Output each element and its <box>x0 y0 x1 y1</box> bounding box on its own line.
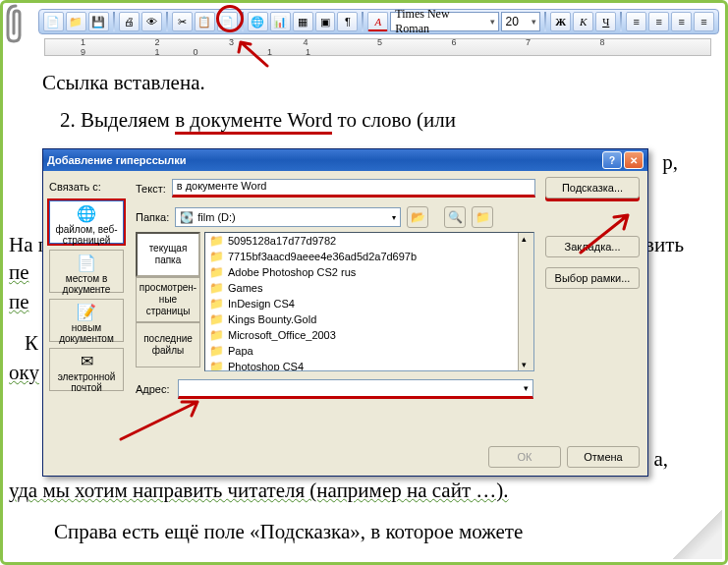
folder-icon: 📁 <box>209 250 224 263</box>
red-arrow-annotation <box>573 207 642 258</box>
file-item[interactable]: 📁Games <box>205 280 533 296</box>
new-doc-icon: 📝 <box>50 304 123 321</box>
file-item[interactable]: 📁InDesign CS4 <box>205 296 533 311</box>
font-color-button[interactable]: A <box>367 12 388 31</box>
folder-label: Папка: <box>136 211 169 223</box>
email-icon: ✉ <box>50 353 123 370</box>
tool-btn[interactable]: 💾 <box>88 12 109 31</box>
word-toolbar: 📄 📁 💾 🖨 👁 ✂ 📋 📄 🌐 📊 ▦ ▣ ¶ A Times New Ro… <box>38 9 719 34</box>
target-frame-button[interactable]: Выбор рамки... <box>545 267 640 289</box>
up-folder-button[interactable]: 📂 <box>407 206 428 228</box>
italic-button[interactable]: К <box>573 12 593 31</box>
folder-icon: 📁 <box>209 312 224 326</box>
tool-btn[interactable]: ✂ <box>172 12 193 31</box>
font-selector[interactable]: Times New Roman <box>390 12 498 31</box>
folder-icon: 📁 <box>209 265 224 279</box>
doc-text-fragment: К <box>25 331 38 356</box>
globe-icon: 🌐 <box>50 205 123 223</box>
file-item[interactable]: 📁Photoshop CS4 <box>205 359 533 371</box>
tool-btn[interactable]: 📄 <box>43 12 64 31</box>
screen-tip-button[interactable]: Подсказка... <box>545 177 640 198</box>
browsed-pages-tab[interactable]: просмотрен-ные страницы <box>136 277 200 322</box>
recent-files-tab[interactable]: последние файлы <box>136 322 200 367</box>
hyperlink-button[interactable]: 🌐 <box>248 12 268 31</box>
file-item[interactable]: 📁Kings Bounty.Gold <box>205 311 533 327</box>
dialog-title: Добавление гиперссылки <box>47 154 186 166</box>
doc-text-fragment: р, <box>662 150 678 175</box>
cancel-button[interactable]: Отмена <box>567 446 640 468</box>
doc-text-fragment: вить <box>644 233 684 257</box>
folder-icon: 📁 <box>209 360 224 371</box>
doc-text-fragment: пе <box>9 290 29 314</box>
doc-line: Справа есть ещё поле «Подсказка», в кото… <box>54 520 523 544</box>
doc-text-fragment: оку <box>9 361 39 385</box>
file-list[interactable]: 📁5095128a17d77d9782📁7715bf3aacd9aeee4e36… <box>204 232 534 371</box>
tool-btn[interactable]: 👁 <box>141 12 162 31</box>
tool-btn[interactable]: 📊 <box>270 12 291 31</box>
link-to-column: 🌐файлом, веб-страницей 📄местом в докумен… <box>49 200 128 397</box>
folder-icon: 📁 <box>209 234 224 248</box>
folder-icon: 📁 <box>209 297 224 311</box>
browse-tabs: текущая папка просмотрен-ные страницы по… <box>136 232 200 367</box>
font-size-selector[interactable]: 20 <box>501 12 541 31</box>
red-arrow-annotation <box>233 38 272 70</box>
look-in-selector[interactable]: 💽film (D:) <box>175 207 401 227</box>
page-curl-decoration <box>673 510 722 559</box>
close-button[interactable]: ✕ <box>624 151 644 169</box>
document-icon: 📄 <box>50 254 123 272</box>
tool-btn[interactable]: 🖨 <box>119 12 140 31</box>
browse-file-button[interactable]: 📁 <box>472 206 493 228</box>
tool-btn[interactable]: 📋 <box>195 12 215 31</box>
tool-btn[interactable]: 📁 <box>66 12 86 31</box>
red-circle-highlight <box>216 5 244 32</box>
ok-button: ОК <box>488 446 561 468</box>
tool-btn[interactable]: ¶ <box>337 12 358 31</box>
file-item[interactable]: 📁7715bf3aacd9aeee4e36ad5d2a7d697b <box>205 249 533 264</box>
text-label: Текст: <box>136 183 166 195</box>
browse-web-button[interactable]: 🔍 <box>444 206 466 228</box>
link-with-label: Связать с: <box>49 181 101 193</box>
address-input[interactable] <box>178 379 533 399</box>
paperclip-decoration <box>0 0 33 45</box>
file-item[interactable]: 📁Papa <box>205 343 533 359</box>
underline-button[interactable]: Ч <box>595 12 616 31</box>
scrollbar[interactable] <box>518 233 533 370</box>
document-body: Ссылка вставлена. 2. Выделяем в документ… <box>42 68 686 141</box>
link-to-place[interactable]: 📄местом в документе <box>49 250 124 293</box>
tool-btn[interactable]: ▣ <box>315 12 336 31</box>
file-item[interactable]: 📁5095128a17d77d9782 <box>205 233 533 249</box>
folder-icon: 📁 <box>209 281 224 295</box>
link-to-file-web[interactable]: 🌐файлом, веб-страницей <box>49 200 124 244</box>
folder-icon: 📁 <box>209 344 224 358</box>
align-right-button[interactable]: ≡ <box>671 12 692 31</box>
current-folder-tab[interactable]: текущая папка <box>136 232 200 277</box>
file-item[interactable]: 📁Adobe Photoshop CS2 rus <box>205 264 533 280</box>
display-text-input[interactable]: в документе Word <box>172 179 535 198</box>
link-to-new-doc[interactable]: 📝новым документом <box>49 299 124 342</box>
doc-line: 2. Выделяем в документе Word то слово (и… <box>42 105 686 137</box>
bold-button[interactable]: Ж <box>550 12 571 31</box>
help-button[interactable]: ? <box>602 151 622 169</box>
file-item[interactable]: 📁Microsoft_Office_2003 <box>205 327 533 343</box>
align-center-button[interactable]: ≡ <box>648 12 669 31</box>
tool-btn[interactable]: ▦ <box>293 12 313 31</box>
dialog-titlebar[interactable]: Добавление гиперссылки ? ✕ <box>43 149 647 171</box>
folder-icon: 📁 <box>209 328 224 342</box>
doc-text-fragment: пе <box>9 260 29 285</box>
link-to-email[interactable]: ✉электронной почтой <box>49 348 124 391</box>
align-justify-button[interactable]: ≡ <box>694 12 714 31</box>
doc-text-fragment: а, <box>653 447 668 472</box>
drive-icon: 💽 <box>180 211 194 224</box>
doc-line: Ссылка вставлена. <box>42 68 686 99</box>
red-arrow-annotation <box>113 394 211 445</box>
horizontal-ruler: 1 2 3 4 5 6 7 8 9 10 11 <box>44 38 711 56</box>
align-left-button[interactable]: ≡ <box>626 12 646 31</box>
doc-line: уда мы хотим направить читателя (наприме… <box>9 479 509 503</box>
